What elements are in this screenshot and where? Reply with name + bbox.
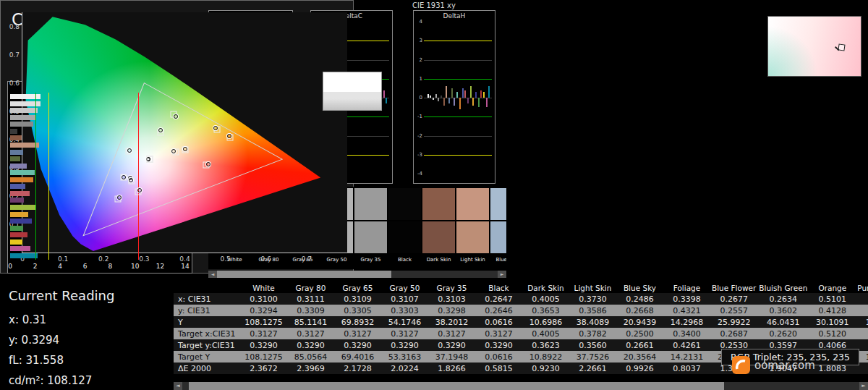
scroll-left-button[interactable]: ◄ (174, 382, 182, 390)
table-cell: 85.0564 (287, 351, 334, 363)
axis-tick-label: 0 (415, 95, 422, 101)
deltae-bar (10, 239, 22, 245)
table-cell: 108.1275 (240, 316, 287, 328)
reading-y: y: 0.3294 (9, 334, 114, 347)
swatch-actual[interactable] (456, 188, 489, 220)
swatch-actual[interactable] (354, 188, 387, 220)
delta-bar (438, 98, 439, 101)
current-reading: Current Reading x: 0.31 y: 0.3294 fL: 31… (9, 288, 114, 390)
scrollbar-thumb[interactable] (217, 271, 391, 278)
table-cell: 38.4089 (569, 316, 616, 328)
cie-measured-marker (171, 149, 176, 153)
delta-bar (427, 94, 429, 98)
swatch-target[interactable] (354, 221, 387, 253)
table-row: Target x:CIE310.31270.31270.31270.31270.… (174, 328, 868, 339)
patch-navigator[interactable] (767, 16, 861, 77)
delta-bar (451, 88, 453, 98)
deltae-bar (10, 170, 35, 175)
delta-bar (433, 98, 434, 100)
swatch-target[interactable] (490, 221, 506, 253)
table-cell: 0.3111 (287, 293, 334, 305)
axis-tick-label: 0.7 (302, 255, 312, 263)
grid-line (424, 98, 492, 98)
table-cell: 2.1728 (334, 363, 381, 374)
axis-tick-label: 6 (83, 263, 88, 270)
axis-tick-label: 0.5 (220, 255, 230, 263)
deltae-bars (10, 93, 190, 260)
table-cell: 0.3127 (240, 328, 287, 339)
swatch-label: Light Skin (456, 257, 489, 263)
swatch-actual[interactable] (422, 188, 455, 220)
axis-tick-label: 8 (108, 263, 112, 270)
axis-tick-label: 12 (156, 263, 164, 270)
row-label: Target x:CIE31 (174, 328, 240, 339)
swatch-actual[interactable] (388, 188, 421, 220)
swatch-scrollbar[interactable]: ◄ ► (208, 271, 506, 278)
scroll-left-button[interactable]: ◄ (208, 271, 217, 278)
table-cell: 0.2500 (616, 328, 663, 339)
swatch-target[interactable] (422, 221, 455, 253)
delta-bar (486, 98, 488, 107)
table-cell: 0.4128 (809, 305, 856, 316)
table-row: y: CIE310.32940.33090.33050.33030.32980.… (174, 305, 868, 316)
table-cell: 0.3100 (240, 293, 287, 305)
scrollbar-track[interactable] (182, 382, 859, 390)
column-header: White (240, 282, 287, 293)
table-cell: 37.7526 (569, 351, 616, 363)
deltae-bar (10, 184, 25, 189)
deltah-plot: 43210-1-2-3-4 (424, 22, 492, 174)
table-cell: 38.2012 (428, 316, 475, 328)
table-cell: 0.0616 (475, 316, 522, 328)
deltae-bar (10, 205, 35, 210)
table-cell: 25.9922 (710, 316, 757, 328)
axis-tick-label: 14 (181, 263, 189, 270)
cie-measured-marker (137, 188, 142, 192)
table-cell: 0.2668 (616, 305, 663, 316)
swatch-actual[interactable] (490, 188, 506, 220)
delta-bar (448, 98, 450, 103)
table-cell: 0.5101 (809, 293, 856, 305)
column-header: Purplish Blue (856, 282, 868, 293)
table-cell: 0.3127 (287, 328, 334, 339)
column-header: Blue Flower (710, 282, 757, 293)
table-cell: 0.3107 (381, 293, 428, 305)
table-cell: 1.8266 (428, 363, 475, 374)
scroll-right-button[interactable]: ► (859, 382, 868, 390)
table-cell: 54.1746 (381, 316, 428, 328)
scrollbar-thumb[interactable] (189, 382, 723, 390)
watermark: oomar.com (732, 356, 815, 374)
table-cell: 0.3290 (475, 339, 522, 351)
scrollbar-track[interactable] (217, 271, 498, 278)
column-header: Blue Sky (616, 282, 663, 293)
deltae-bar (10, 135, 22, 140)
column-header: Black (475, 282, 522, 293)
reference-line (138, 93, 139, 260)
swatch-target[interactable] (388, 221, 421, 253)
reference-line (424, 79, 492, 80)
table-cell: 0.3400 (663, 328, 710, 339)
cie-measured-marker (122, 175, 126, 179)
delta-bar (454, 98, 455, 106)
axis-tick-label: 3 (415, 38, 422, 43)
axis-tick-label: 2 (415, 57, 422, 63)
swatch-label: Gray 35 (354, 257, 387, 263)
column-header: Gray 80 (287, 282, 334, 293)
deltae-bar (10, 156, 20, 161)
deltah-chart: DeltaH 43210-1-2-3-4 (413, 10, 495, 184)
swatch-target[interactable] (456, 221, 489, 253)
row-label: Target Y (174, 351, 240, 363)
table-scrollbar[interactable]: ◄ ► (174, 382, 868, 390)
reference-line (424, 155, 492, 156)
table-cell: 46.0431 (757, 316, 809, 328)
table-cell: 14.2131 (663, 351, 710, 363)
column-header: Gray 50 (381, 282, 428, 293)
grid-line (424, 60, 492, 61)
watermark-text: oomar.com (754, 359, 815, 372)
scroll-right-button[interactable]: ► (498, 271, 506, 278)
axis-tick-label: 1 (415, 76, 422, 82)
table-cell: 0.3305 (334, 305, 381, 316)
table-row: x: CIE310.31000.31110.31090.31070.31030.… (174, 293, 868, 305)
delta-bar (472, 98, 474, 106)
column-header: Bluish Green (757, 282, 809, 293)
chart-title: CIE 1931 xy (0, 1, 868, 9)
